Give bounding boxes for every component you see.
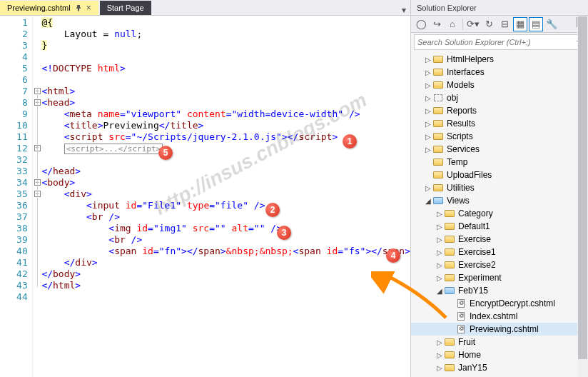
expand-arrow[interactable]: ▷ <box>435 223 444 231</box>
vertical-scrollbar[interactable] <box>577 16 588 377</box>
tree-item[interactable]: UploadFiles <box>411 169 588 181</box>
tree-item-label: Services <box>447 144 480 154</box>
tree-item[interactable]: ◢Views <box>411 194 588 207</box>
show-all-button[interactable]: ▦ <box>513 17 527 31</box>
file-icon <box>455 311 467 321</box>
expand-arrow[interactable]: ▷ <box>435 210 444 218</box>
tree-item[interactable]: Previewing.cshtml <box>411 323 588 336</box>
tree-item[interactable]: ▷Models <box>411 79 588 91</box>
search-input[interactable] <box>417 38 575 46</box>
tree-item[interactable]: ▷Home <box>411 348 588 361</box>
tree-item[interactable]: ▷Category <box>411 207 588 220</box>
tree-item[interactable]: Index.cshtml <box>411 310 588 323</box>
expand-arrow[interactable]: ◢ <box>424 197 432 205</box>
expand-arrow[interactable]: ▷ <box>424 56 432 64</box>
tree-item-label: FebY15 <box>458 286 488 296</box>
home-button[interactable]: ⌂ <box>445 17 460 31</box>
tree-item[interactable]: Temp <box>411 156 588 169</box>
expand-arrow[interactable]: ▷ <box>424 133 432 141</box>
tree-item[interactable]: EncryptDecrypt.cshtml <box>411 297 588 310</box>
folder-icon <box>444 363 455 373</box>
tab-active[interactable]: Previewing.cshtml × <box>0 1 98 15</box>
expand-arrow[interactable]: ▷ <box>435 248 444 256</box>
expand-arrow[interactable]: ▷ <box>435 351 444 359</box>
tree-item[interactable]: ◢FebY15 <box>411 284 588 297</box>
folder-icon <box>444 273 455 283</box>
tree-item[interactable]: ▷Interfaces <box>411 66 588 79</box>
callout-5: 5 <box>158 146 173 160</box>
folder-icon <box>432 80 444 90</box>
expand-arrow[interactable]: ◢ <box>435 287 444 295</box>
tree-item[interactable]: ▷Exercise2 <box>411 258 588 271</box>
properties-button[interactable]: 🔧 <box>544 17 559 31</box>
expand-arrow[interactable]: ▷ <box>424 94 432 102</box>
sync-button[interactable]: ⟳▾ <box>466 17 480 31</box>
refresh-button[interactable]: ↻ <box>482 17 496 31</box>
tree-item[interactable]: ▷Utilities <box>411 181 588 194</box>
close-icon[interactable]: × <box>86 3 91 13</box>
callout-4: 4 <box>386 248 400 263</box>
folder-icon <box>432 144 444 154</box>
tree-item[interactable]: ▷Scripts <box>411 130 588 143</box>
expand-arrow[interactable]: ▷ <box>435 274 444 282</box>
code-editor[interactable]: 1234567891011123233343536373839404142434… <box>0 16 410 377</box>
callout-3: 3 <box>277 226 291 240</box>
folder-icon <box>432 106 444 116</box>
folder-open-icon <box>432 196 444 206</box>
tab-inactive[interactable]: Start Page <box>100 1 151 15</box>
expand-arrow[interactable]: ▷ <box>424 107 432 115</box>
tree-item[interactable]: ▷Default1 <box>411 220 588 233</box>
code-lines[interactable]: @{ Layout = null;}<!DOCTYPE html><html><… <box>40 16 410 377</box>
tree-item-label: Exercise1 <box>458 247 496 257</box>
expand-arrow[interactable]: ▷ <box>435 236 444 243</box>
expand-arrow[interactable]: ▷ <box>424 81 432 89</box>
tab-overflow-dropdown[interactable]: ▾ <box>397 5 410 15</box>
tree-item-label: UploadFiles <box>447 170 492 180</box>
tree-item-label: Models <box>447 80 475 90</box>
folder-icon <box>444 247 455 257</box>
tab-bar: Previewing.cshtml × Start Page ▾ <box>0 0 410 16</box>
tree-item[interactable]: ▷Exercise <box>411 233 588 246</box>
folder-icon <box>432 67 444 77</box>
tree-item[interactable]: ▷Fruit <box>411 336 588 348</box>
folder-open-icon <box>444 286 455 296</box>
preview-button[interactable]: ▤ <box>529 17 543 31</box>
folder-icon <box>444 260 455 270</box>
tree-item-label: EncryptDecrypt.cshtml <box>470 298 555 308</box>
tree-item-label: Exercise2 <box>458 260 496 270</box>
tree-item-label: Utilities <box>447 183 475 193</box>
tree-item[interactable]: ▷JanY15 <box>411 361 588 374</box>
outline-column[interactable]: −−+−− <box>33 16 41 377</box>
tree-item[interactable]: ▷HtmlHelpers <box>411 53 588 66</box>
pin-icon[interactable] <box>75 4 82 11</box>
tree-item-label: Results <box>447 119 475 129</box>
tree-item-label: Reports <box>447 106 477 116</box>
back-button[interactable]: ◯ <box>414 17 428 31</box>
expand-arrow[interactable]: ▷ <box>424 69 432 76</box>
expand-arrow[interactable]: ▷ <box>435 261 444 269</box>
folder-icon <box>444 208 455 218</box>
file-icon <box>455 298 467 308</box>
tree-item-label: Exercise <box>458 234 491 244</box>
solution-tree[interactable]: ▷HtmlHelpers▷Interfaces▷Models▷obj▷Repor… <box>411 51 588 377</box>
tree-item[interactable]: ▷Experiment <box>411 271 588 284</box>
expand-arrow[interactable]: ▷ <box>435 364 444 372</box>
tree-item[interactable]: ▷Exercise1 <box>411 246 588 258</box>
editor-pane: Previewing.cshtml × Start Page ▾ 1234567… <box>0 0 411 377</box>
folder-icon <box>432 54 444 64</box>
expand-arrow[interactable]: ▷ <box>435 338 444 346</box>
expand-arrow[interactable]: ▷ <box>424 146 432 154</box>
tree-item-label: Views <box>447 196 470 206</box>
solution-search[interactable]: ▼ <box>414 34 585 50</box>
tree-item[interactable]: ▷obj <box>411 91 588 104</box>
tree-item[interactable]: ▷Reports <box>411 104 588 117</box>
tree-item-label: Temp <box>447 157 467 167</box>
expand-arrow[interactable]: ▷ <box>424 120 432 128</box>
folder-icon <box>444 221 455 231</box>
tree-item[interactable]: ▷Results <box>411 117 588 130</box>
collapse-button[interactable]: ⊟ <box>497 17 512 31</box>
expand-arrow[interactable]: ▷ <box>424 184 432 192</box>
tree-item-label: Interfaces <box>447 67 485 77</box>
forward-button[interactable]: ↪ <box>430 17 444 31</box>
tree-item[interactable]: ▷Services <box>411 143 588 156</box>
